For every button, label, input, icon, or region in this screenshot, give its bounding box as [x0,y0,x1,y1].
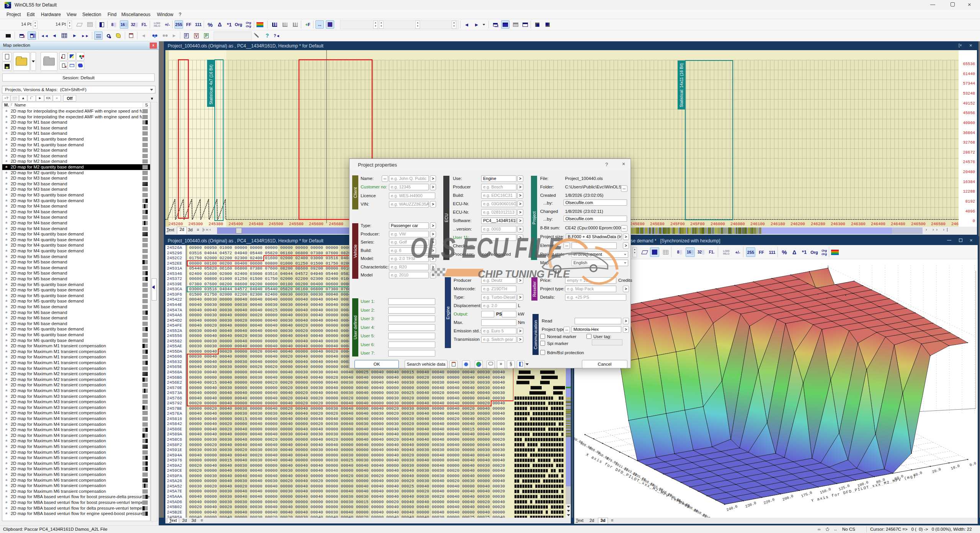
svg-text:246380: 246380 [851,222,866,226]
svg-text:245E00: 245E00 [630,222,645,226]
svg-text:246280: 246280 [811,222,825,226]
svg-text:246100: 246100 [750,222,765,226]
svg-text:246200: 246200 [791,222,805,226]
svg-text:245300: 245300 [188,222,203,226]
svg-text:245680: 245680 [329,222,343,226]
svg-text:245400: 245400 [229,222,243,226]
svg-text:245380: 245380 [209,222,223,226]
svg-text:245580: 245580 [289,222,304,226]
svg-text:245280: 245280 [168,222,183,226]
svg-text:246300: 246300 [831,222,845,226]
svg-text:Statistical: 4x7 (16 Bit): Statistical: 4x7 (16 Bit) [209,65,213,105]
svg-text:246480: 246480 [891,222,905,226]
svg-text:246400: 246400 [871,222,885,226]
svg-text:246080: 246080 [730,222,745,226]
svg-text:245F80: 245F80 [690,222,705,226]
svg-text:246000: 246000 [710,222,725,226]
svg-text:246580: 246580 [931,222,946,226]
svg-text:245E80: 245E80 [650,222,665,226]
svg-text:Statistical: 14x11 (16 Bit): Statistical: 14x11 (16 Bit) [679,63,684,107]
svg-text:245480: 245480 [249,222,263,226]
svg-text:246500: 246500 [911,222,926,226]
svg-text:245F00: 245F00 [670,222,685,226]
svg-text:245600: 245600 [309,222,323,226]
svg-text:245500: 245500 [269,222,283,226]
svg-text:246180: 246180 [771,222,785,226]
